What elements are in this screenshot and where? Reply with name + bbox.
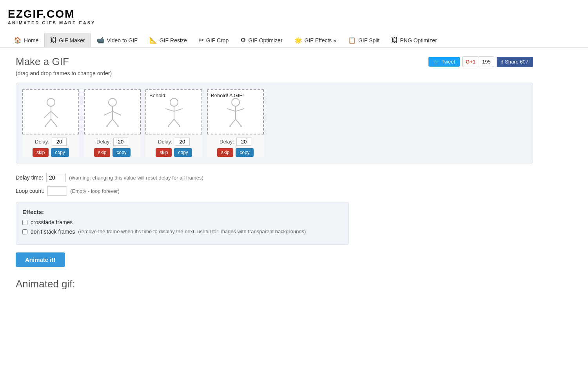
nav-item-gif-maker[interactable]: 🖼GIF Maker (44, 33, 91, 48)
stick-figure-2 (93, 94, 132, 134)
nav-item-gif-split[interactable]: 📋GIF Split (342, 33, 385, 47)
twitter-icon: 🐦 (433, 59, 439, 65)
frame-btn-row-3: skipcopy (156, 148, 192, 157)
skip-button-2[interactable]: skip (94, 148, 110, 157)
svg-point-23 (179, 125, 180, 127)
share-label: Share 607 (505, 59, 528, 65)
nav-label-gif-split: GIF Split (358, 37, 379, 44)
crossfade-checkbox[interactable] (22, 220, 27, 225)
nav-item-gif-effects[interactable]: 🌟GIF Effects » (289, 33, 342, 47)
main-content: Make a GIF 🐦 Tweet G+1 195 f Share 607 (… (0, 48, 549, 298)
frame-text-label-3: Behold! (149, 93, 167, 98)
nav-item-gif-crop[interactable]: ✂GIF Crop (193, 33, 235, 47)
gplus-button[interactable]: G+1 (462, 56, 479, 67)
svg-line-19 (174, 109, 183, 111)
frame-card-4: Behold! A GIF! Delay:skipcopy (207, 89, 264, 157)
controls-section: Delay time: (Warning: changing this valu… (16, 173, 533, 196)
delay-label-4: Delay: (220, 139, 234, 145)
svg-point-24 (232, 98, 240, 106)
frame-card-3: Behold! Delay:skipcopy (145, 89, 202, 157)
delay-label-2: Delay: (96, 139, 111, 145)
gplus-button-group: G+1 195 (462, 56, 494, 67)
svg-line-3 (51, 111, 58, 118)
skip-button-1[interactable]: skip (33, 148, 49, 157)
frame-image-box-3: Behold! (145, 89, 202, 134)
nav-label-gif-crop: GIF Crop (206, 37, 229, 44)
svg-point-7 (56, 125, 57, 127)
page-subtitle: (drag and drop frames to change order) (16, 70, 533, 76)
logo-sub: ANIMATED GIFS MADE EASY (8, 20, 580, 25)
logo-text: EZGIF.COM (8, 8, 580, 20)
copy-button-1[interactable]: copy (51, 148, 69, 157)
copy-button-2[interactable]: copy (113, 148, 130, 157)
delay-time-input[interactable] (46, 173, 66, 182)
no-stack-note: (remove the frame when it's time to disp… (78, 229, 306, 234)
svg-line-20 (169, 119, 174, 126)
animate-button[interactable]: Animate it! (16, 252, 65, 267)
nav-icon-png-optimizer: 🖼 (391, 37, 397, 44)
frames-area: Delay:skipcopy Delay:skipcopyBehold! (16, 83, 533, 163)
stick-figure-3 (154, 94, 194, 134)
nav-icon-home: 🏠 (14, 36, 22, 44)
frame-btn-row-4: skipcopy (217, 148, 254, 157)
effects-box: Effects: crossfade frames don't stack fr… (16, 202, 349, 245)
frame-image-box-4: Behold! A GIF! (207, 89, 264, 134)
nav-label-gif-optimizer: GIF Optimizer (248, 37, 282, 44)
nav-icon-video-to-gif: 📹 (96, 36, 104, 44)
nav-label-gif-maker: GIF Maker (59, 37, 85, 44)
nav-label-home: Home (24, 37, 38, 44)
frame-delay-input-1[interactable] (52, 138, 67, 146)
svg-line-11 (113, 111, 121, 115)
frame-btn-row-1: skipcopy (33, 148, 69, 157)
loop-note: (Empty - loop forever) (70, 188, 120, 194)
svg-line-10 (104, 111, 113, 115)
facebook-icon: f (501, 59, 503, 65)
frame-delay-row-2: Delay: (96, 138, 128, 146)
header: EZGIF.COM ANIMATED GIFS MADE EASY 🏠Home🖼… (0, 0, 588, 48)
no-stack-checkbox[interactable] (22, 229, 27, 234)
loop-count-input[interactable] (47, 186, 67, 196)
svg-line-12 (107, 119, 113, 126)
nav-icon-gif-split: 📋 (348, 36, 356, 44)
stick-figure-1 (31, 94, 71, 134)
nav-item-gif-resize[interactable]: 📐GIF Resize (143, 33, 193, 47)
skip-button-3[interactable]: skip (156, 148, 172, 157)
frame-delay-row-3: Delay: (158, 138, 190, 146)
gplus-count: 195 (479, 56, 494, 67)
svg-line-26 (227, 109, 236, 111)
frame-delay-input-4[interactable] (236, 138, 251, 146)
nav-item-video-to-gif[interactable]: 📹Video to GIF (91, 33, 143, 47)
nav-icon-gif-optimizer: ⚙ (240, 36, 246, 44)
social-buttons: 🐦 Tweet G+1 195 f Share 607 (428, 56, 533, 67)
stick-figure-4 (216, 94, 255, 134)
animated-gif-title: Animated gif: (16, 278, 533, 290)
facebook-share-button[interactable]: f Share 607 (497, 57, 533, 67)
svg-point-8 (109, 98, 116, 106)
nav-label-video-to-gif: Video to GIF (107, 37, 137, 44)
frame-delay-input-2[interactable] (113, 138, 128, 146)
svg-point-16 (170, 98, 178, 106)
nav-icon-gif-resize: 📐 (149, 36, 157, 44)
svg-point-31 (240, 125, 242, 127)
nav-item-gif-optimizer[interactable]: ⚙GIF Optimizer (234, 33, 288, 47)
copy-button-4[interactable]: copy (236, 148, 253, 157)
svg-point-22 (168, 125, 169, 127)
skip-button-4[interactable]: skip (217, 148, 233, 157)
svg-line-5 (51, 119, 56, 126)
frame-delay-input-3[interactable] (175, 138, 190, 146)
crossfade-label: crossfade frames (31, 219, 73, 225)
frame-text-label-4: Behold! A GIF! (211, 93, 244, 98)
nav-label-gif-resize: GIF Resize (160, 37, 187, 44)
delay-label-3: Delay: (158, 139, 172, 145)
nav-icon-gif-effects: 🌟 (294, 36, 302, 44)
copy-button-3[interactable]: copy (174, 148, 192, 157)
svg-line-2 (44, 111, 51, 118)
nav-item-home[interactable]: 🏠Home (8, 33, 44, 47)
nav-label-gif-effects: GIF Effects » (305, 37, 336, 44)
nav-item-png-optimizer[interactable]: 🖼PNG Optimizer (385, 33, 443, 47)
tweet-button[interactable]: 🐦 Tweet (428, 57, 460, 67)
svg-line-4 (45, 119, 51, 126)
svg-line-28 (230, 119, 236, 126)
delay-row: Delay time: (Warning: changing this valu… (16, 173, 533, 182)
frame-delay-row-1: Delay: (35, 138, 67, 146)
